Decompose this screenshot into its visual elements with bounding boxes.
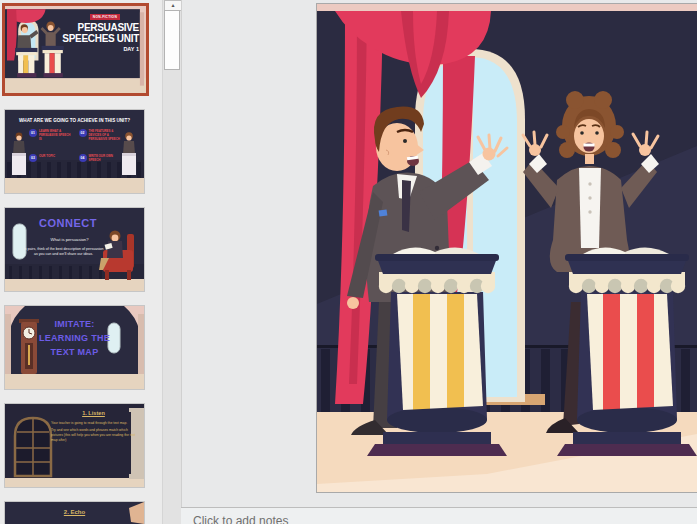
slide-artwork-debate-scene (317, 4, 697, 493)
thumbnail-6-artwork (5, 502, 144, 524)
notes-pane[interactable]: Click to add notes (181, 508, 697, 524)
slide-thumbnail-6[interactable]: 2. Echo (4, 501, 145, 524)
slide-thumbnail-3[interactable]: CONNECT What is persuasion? In pairs, th… (4, 207, 145, 292)
slide-thumbnail-2[interactable]: WHAT ARE WE GOING TO ACHIEVE IN THIS UNI… (4, 109, 145, 194)
notes-placeholder: Click to add notes (193, 514, 288, 524)
slide-thumbnail-1[interactable]: NON-FICTION PERSUASIVE SPEECHES UNIT DAY… (2, 3, 149, 96)
slide-thumbnail-panel: NON-FICTION PERSUASIVE SPEECHES UNIT DAY… (0, 0, 162, 524)
slide-thumbnail-5[interactable]: 1. Listen Your teacher is going to read … (4, 403, 145, 488)
stage-cornice (317, 4, 697, 11)
scrollbar-thumb[interactable] (164, 10, 180, 70)
thumbnail-scrollbar[interactable]: ▴ (162, 0, 181, 524)
slide-canvas[interactable] (316, 3, 697, 493)
thumbnail-3-artwork (5, 208, 144, 291)
thumbnail-2-artwork (5, 110, 144, 193)
presentation-editor-window: NON-FICTION PERSUASIVE SPEECHES UNIT DAY… (0, 0, 697, 524)
scroll-up-icon: ▴ (171, 2, 174, 8)
thumbnail-1-artwork (5, 6, 146, 93)
thumbnail-4-artwork (5, 306, 144, 389)
thumbnail-5-artwork (5, 404, 144, 487)
slide-thumbnail-4[interactable]: IMITATE: LEARNING THE TEXT MAP (4, 305, 145, 390)
